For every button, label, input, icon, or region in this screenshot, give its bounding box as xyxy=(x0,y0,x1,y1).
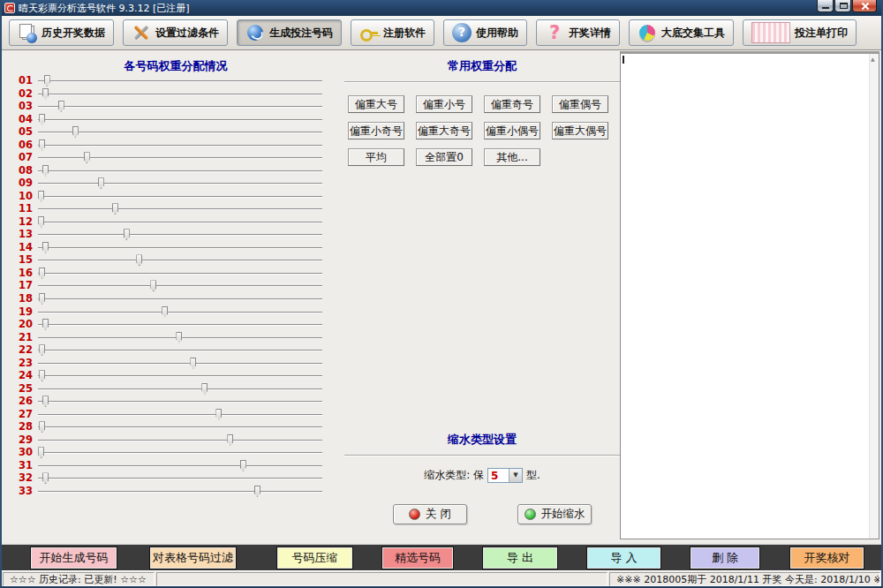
toolbar-button-globe[interactable]: 生成投注号码 xyxy=(237,19,342,46)
slider-thumb[interactable] xyxy=(150,280,156,291)
slider-thumb[interactable] xyxy=(39,139,45,151)
slider-track[interactable] xyxy=(38,247,322,249)
toolbar-button-key[interactable]: 注册软件 xyxy=(351,19,434,46)
slider-track[interactable] xyxy=(38,285,322,287)
vertical-scrollbar[interactable] xyxy=(869,54,879,539)
maximize-button[interactable] xyxy=(834,0,851,12)
results-textarea[interactable] xyxy=(620,51,879,539)
bottom-button[interactable]: 导 出 xyxy=(483,547,557,569)
slider-track[interactable] xyxy=(38,183,322,185)
slider-thumb[interactable] xyxy=(162,306,168,318)
slider-track[interactable] xyxy=(38,132,322,133)
slider-thumb[interactable] xyxy=(42,396,49,407)
slider-track[interactable] xyxy=(38,208,322,210)
slider-thumb[interactable] xyxy=(98,177,104,189)
close-dialog-button[interactable]: 关 闭 xyxy=(393,504,467,524)
slider-track[interactable] xyxy=(38,465,322,467)
slider-thumb[interactable] xyxy=(39,268,45,279)
slider-thumb[interactable] xyxy=(42,88,49,100)
slider-track[interactable] xyxy=(38,375,322,377)
slider-track[interactable] xyxy=(38,157,322,159)
preset-button[interactable]: 偏重大号 xyxy=(348,95,404,113)
preset-button[interactable]: 偏重小偶号 xyxy=(484,122,540,139)
shrink-type-combobox[interactable]: 5 ▼ xyxy=(487,468,523,483)
slider-track[interactable] xyxy=(38,440,322,441)
preset-button[interactable]: 全部置0 xyxy=(416,148,472,166)
slider-track[interactable] xyxy=(38,337,322,339)
close-button[interactable] xyxy=(852,0,877,12)
slider-thumb[interactable] xyxy=(215,409,222,420)
slider-thumb[interactable] xyxy=(240,460,246,471)
slider-track[interactable] xyxy=(38,401,322,403)
slider-track[interactable] xyxy=(38,234,322,236)
start-shrink-button[interactable]: 开始缩水 xyxy=(517,504,592,524)
slider-thumb[interactable] xyxy=(112,203,118,215)
bottom-button[interactable]: 号码压缩 xyxy=(277,547,352,569)
slider-thumb[interactable] xyxy=(227,434,233,446)
slider-track[interactable] xyxy=(38,350,322,351)
slider-thumb[interactable] xyxy=(201,383,208,395)
slider-track[interactable] xyxy=(38,414,322,416)
slider-thumb[interactable] xyxy=(39,293,45,305)
bottom-button[interactable]: 开始生成号码 xyxy=(31,547,117,569)
slider-thumb[interactable] xyxy=(136,254,142,266)
slider-track[interactable] xyxy=(38,260,322,261)
slider-thumb[interactable] xyxy=(72,126,79,138)
slider-thumb[interactable] xyxy=(39,370,45,381)
slider-thumb[interactable] xyxy=(42,472,49,484)
slider-track[interactable] xyxy=(38,273,322,275)
minimize-button[interactable] xyxy=(817,0,834,12)
preset-button[interactable]: 偏重小奇号 xyxy=(348,122,404,139)
slider-track[interactable] xyxy=(38,363,322,365)
slider-thumb[interactable] xyxy=(38,216,44,228)
slider-track[interactable] xyxy=(38,426,322,428)
toolbar-button-history[interactable]: 历史开奖数据 xyxy=(9,19,114,46)
slider-thumb[interactable] xyxy=(124,229,130,240)
slider-thumb[interactable] xyxy=(44,75,50,87)
slider-track[interactable] xyxy=(38,196,322,198)
slider-thumb[interactable] xyxy=(38,447,44,458)
slider-track[interactable] xyxy=(38,106,322,108)
slider-thumb[interactable] xyxy=(38,191,44,202)
slider-track[interactable] xyxy=(38,298,322,300)
preset-button[interactable]: 平均 xyxy=(348,148,404,166)
bottom-button[interactable]: 精选号码 xyxy=(382,547,453,569)
slider-track[interactable] xyxy=(38,388,322,390)
preset-button[interactable]: 偏重小号 xyxy=(416,95,472,113)
slider-thumb[interactable] xyxy=(42,165,49,177)
slider-thumb[interactable] xyxy=(254,486,260,497)
chevron-down-icon[interactable]: ▼ xyxy=(509,469,522,482)
slider-thumb[interactable] xyxy=(58,101,64,112)
slider-track[interactable] xyxy=(38,80,322,82)
toolbar-button-ticket[interactable]: 投注单打印 xyxy=(743,19,857,46)
preset-button[interactable]: 其他... xyxy=(484,148,540,166)
preset-button[interactable]: 偏重偶号 xyxy=(552,95,608,113)
toolbar-button-help[interactable]: 使用帮助 xyxy=(443,19,527,46)
slider-track[interactable] xyxy=(38,119,322,121)
preset-button[interactable]: 偏重大偶号 xyxy=(552,122,608,139)
slider-thumb[interactable] xyxy=(84,152,90,163)
bottom-button[interactable]: 对表格号码过滤 xyxy=(150,547,236,569)
bottom-button[interactable]: 导 入 xyxy=(587,547,660,569)
toolbar-button-filter[interactable]: 设置过滤条件 xyxy=(123,19,228,46)
slider-track[interactable] xyxy=(38,491,322,493)
preset-button[interactable]: 偏重大奇号 xyxy=(416,122,472,139)
toolbar-button-pie[interactable]: 大底交集工具 xyxy=(629,19,734,46)
slider-thumb[interactable] xyxy=(176,332,182,343)
bottom-button[interactable]: 删 除 xyxy=(691,547,759,569)
slider-track[interactable] xyxy=(38,170,322,172)
bottom-button[interactable]: 开奖核对 xyxy=(790,547,864,569)
slider-thumb[interactable] xyxy=(39,344,45,356)
slider-track[interactable] xyxy=(38,452,322,454)
slider-thumb[interactable] xyxy=(39,421,45,433)
slider-thumb[interactable] xyxy=(42,319,49,330)
preset-button[interactable]: 偏重奇号 xyxy=(484,95,540,113)
slider-track[interactable] xyxy=(38,324,322,326)
slider-thumb[interactable] xyxy=(39,114,45,125)
toolbar-button-question[interactable]: 开奖详情 xyxy=(536,19,620,46)
slider-track[interactable] xyxy=(38,478,322,479)
slider-track[interactable] xyxy=(38,312,322,313)
slider-thumb[interactable] xyxy=(190,358,196,369)
slider-track[interactable] xyxy=(38,222,322,223)
slider-track[interactable] xyxy=(38,145,322,147)
